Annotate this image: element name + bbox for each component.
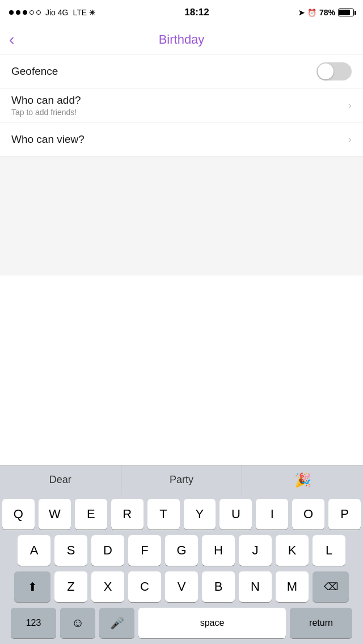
key-row-bottom: 123 ☺ 🎤 space return [2, 608, 361, 638]
return-key[interactable]: return [290, 608, 352, 638]
key-m[interactable]: M [276, 571, 309, 602]
autocomplete-bar: Dear Party 🎉 [0, 465, 363, 494]
who-can-view-row[interactable]: Who can view? › [0, 122, 363, 156]
key-r[interactable]: R [111, 499, 143, 529]
autocomplete-emoji-label: 🎉 [294, 472, 311, 488]
key-b[interactable]: B [202, 571, 235, 602]
status-bar: Jio 4G LTE ✳ 18:12 ➤ ⏰ 78% [0, 0, 363, 25]
key-z[interactable]: Z [54, 571, 87, 602]
page-title: Birthday [159, 32, 205, 47]
key-j[interactable]: J [239, 535, 272, 566]
key-t[interactable]: T [147, 499, 180, 529]
who-can-add-row[interactable]: Who can add? Tap to add friends! › [0, 88, 363, 122]
status-right: ➤ ⏰ 78% [298, 8, 354, 17]
signal-dot-3 [23, 10, 27, 15]
geofence-row[interactable]: Geofence [0, 54, 363, 88]
keyboard: Q W E R T Y U I O P A S D F G H J K L ⬆ … [0, 494, 363, 644]
key-row-1: Q W E R T Y U I O P [2, 499, 361, 529]
carrier-label: Jio 4G [45, 8, 68, 17]
key-p[interactable]: P [328, 499, 361, 529]
autocomplete-emoji[interactable]: 🎉 [242, 465, 363, 494]
autocomplete-party-label: Party [170, 474, 193, 486]
emoji-key[interactable]: ☺ [60, 608, 95, 638]
mic-key[interactable]: 🎤 [99, 608, 134, 638]
key-q[interactable]: Q [2, 499, 35, 529]
settings-section: Geofence Who can add? Tap to add friends… [0, 54, 363, 156]
geofence-label-group: Geofence [11, 65, 58, 78]
key-v[interactable]: V [165, 571, 198, 602]
key-o[interactable]: O [292, 499, 324, 529]
network-sync-icon: ✳ [89, 9, 95, 17]
battery-percent: 78% [319, 8, 335, 17]
key-n[interactable]: N [239, 571, 272, 602]
alarm-icon: ⏰ [307, 9, 316, 17]
who-can-add-subtitle: Tap to add friends! [11, 108, 81, 117]
key-i[interactable]: I [256, 499, 288, 529]
key-row-3: ⬆ Z X C V B N M ⌫ [2, 571, 361, 602]
battery-icon [338, 9, 354, 16]
autocomplete-party[interactable]: Party [121, 465, 243, 494]
signal-dot-1 [9, 10, 14, 15]
key-d[interactable]: D [91, 535, 124, 566]
back-button[interactable]: ‹ [9, 32, 14, 48]
network-label: LTE [73, 8, 87, 17]
autocomplete-dear[interactable]: Dear [0, 465, 121, 494]
space-key[interactable]: space [138, 608, 286, 638]
empty-space [0, 156, 363, 276]
key-g[interactable]: G [165, 535, 198, 566]
signal-dot-2 [16, 10, 20, 15]
num-key[interactable]: 123 [11, 608, 56, 638]
status-time: 18:12 [184, 7, 209, 18]
geofence-toggle[interactable] [316, 62, 352, 80]
key-c[interactable]: C [128, 571, 161, 602]
key-f[interactable]: F [128, 535, 161, 566]
key-row-2: A S D F G H J K L [2, 535, 361, 566]
key-w[interactable]: W [39, 499, 71, 529]
toggle-knob [318, 63, 334, 79]
who-can-view-title: Who can view? [11, 133, 85, 146]
signal-dot-4 [29, 10, 34, 15]
location-icon: ➤ [298, 9, 305, 17]
key-s[interactable]: S [54, 535, 87, 566]
autocomplete-dear-label: Dear [49, 474, 71, 486]
key-y[interactable]: Y [184, 499, 216, 529]
shift-key[interactable]: ⬆ [14, 571, 50, 602]
who-can-add-title: Who can add? [11, 94, 81, 107]
status-left: Jio 4G LTE ✳ [9, 8, 95, 17]
keyboard-container: Dear Party 🎉 Q W E R T Y U I O P A S D F [0, 465, 363, 644]
who-can-view-chevron: › [348, 133, 352, 146]
who-can-add-label-group: Who can add? Tap to add friends! [11, 94, 81, 117]
who-can-add-chevron: › [348, 99, 352, 112]
key-a[interactable]: A [18, 535, 50, 566]
battery-fill [339, 10, 350, 15]
key-x[interactable]: X [91, 571, 124, 602]
geofence-title: Geofence [11, 65, 58, 78]
who-can-view-label-group: Who can view? [11, 133, 85, 146]
key-h[interactable]: H [202, 535, 235, 566]
delete-key[interactable]: ⌫ [313, 571, 349, 602]
nav-bar: ‹ Birthday [0, 25, 363, 54]
key-l[interactable]: L [313, 535, 345, 566]
signal-dot-5 [36, 10, 41, 15]
key-e[interactable]: E [75, 499, 107, 529]
key-u[interactable]: U [220, 499, 252, 529]
key-k[interactable]: K [276, 535, 309, 566]
